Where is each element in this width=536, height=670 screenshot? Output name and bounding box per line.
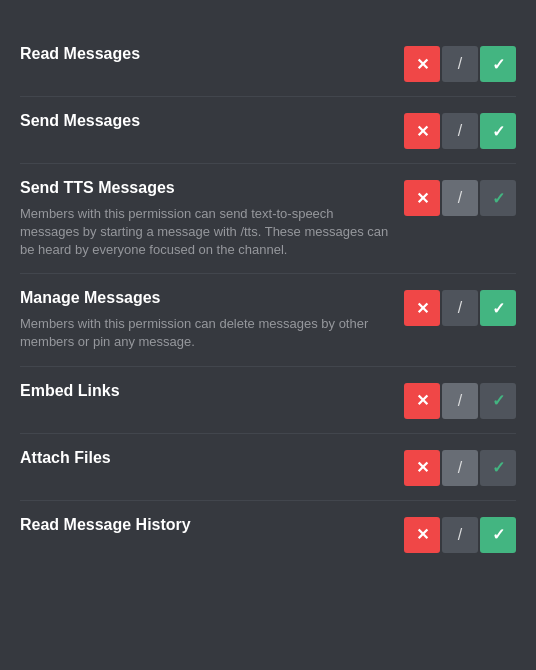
deny-button-send-messages[interactable]: ✕ xyxy=(404,113,440,149)
permission-controls-read-messages: ✕/✓ xyxy=(404,46,516,82)
allow-button-send-tts-messages[interactable]: ✓ xyxy=(480,180,516,216)
deny-button-send-tts-messages[interactable]: ✕ xyxy=(404,180,440,216)
neutral-button-manage-messages[interactable]: / xyxy=(442,290,478,326)
permission-desc-manage-messages: Members with this permission can delete … xyxy=(20,315,392,351)
permission-left-read-messages: Read Messages xyxy=(20,44,404,69)
permission-name-embed-links: Embed Links xyxy=(20,381,392,402)
permission-row-read-messages: Read Messages✕/✓ xyxy=(20,30,516,97)
deny-button-embed-links[interactable]: ✕ xyxy=(404,383,440,419)
permission-name-send-messages: Send Messages xyxy=(20,111,392,132)
permission-left-manage-messages: Manage MessagesMembers with this permiss… xyxy=(20,288,404,351)
permission-controls-manage-messages: ✕/✓ xyxy=(404,290,516,326)
permission-left-send-messages: Send Messages xyxy=(20,111,404,136)
permission-name-read-message-history: Read Message History xyxy=(20,515,392,536)
deny-button-read-messages[interactable]: ✕ xyxy=(404,46,440,82)
deny-button-manage-messages[interactable]: ✕ xyxy=(404,290,440,326)
permission-left-send-tts-messages: Send TTS MessagesMembers with this permi… xyxy=(20,178,404,259)
permission-left-read-message-history: Read Message History xyxy=(20,515,404,540)
permission-row-send-messages: Send Messages✕/✓ xyxy=(20,97,516,164)
permission-name-attach-files: Attach Files xyxy=(20,448,392,469)
neutral-button-read-message-history[interactable]: / xyxy=(442,517,478,553)
permission-controls-read-message-history: ✕/✓ xyxy=(404,517,516,553)
permission-row-send-tts-messages: Send TTS MessagesMembers with this permi… xyxy=(20,164,516,274)
permissions-list: Read Messages✕/✓Send Messages✕/✓Send TTS… xyxy=(20,30,516,567)
neutral-button-attach-files[interactable]: / xyxy=(442,450,478,486)
permission-controls-embed-links: ✕/✓ xyxy=(404,383,516,419)
allow-button-read-message-history[interactable]: ✓ xyxy=(480,517,516,553)
neutral-button-read-messages[interactable]: / xyxy=(442,46,478,82)
allow-button-send-messages[interactable]: ✓ xyxy=(480,113,516,149)
permission-controls-send-messages: ✕/✓ xyxy=(404,113,516,149)
permission-controls-attach-files: ✕/✓ xyxy=(404,450,516,486)
permission-left-embed-links: Embed Links xyxy=(20,381,404,406)
allow-button-read-messages[interactable]: ✓ xyxy=(480,46,516,82)
permission-left-attach-files: Attach Files xyxy=(20,448,404,473)
permission-row-read-message-history: Read Message History✕/✓ xyxy=(20,501,516,567)
deny-button-attach-files[interactable]: ✕ xyxy=(404,450,440,486)
neutral-button-send-tts-messages[interactable]: / xyxy=(442,180,478,216)
neutral-button-send-messages[interactable]: / xyxy=(442,113,478,149)
permission-controls-send-tts-messages: ✕/✓ xyxy=(404,180,516,216)
permission-row-embed-links: Embed Links✕/✓ xyxy=(20,367,516,434)
permission-name-read-messages: Read Messages xyxy=(20,44,392,65)
permission-name-send-tts-messages: Send TTS Messages xyxy=(20,178,392,199)
deny-button-read-message-history[interactable]: ✕ xyxy=(404,517,440,553)
permission-desc-send-tts-messages: Members with this permission can send te… xyxy=(20,205,392,260)
permission-name-manage-messages: Manage Messages xyxy=(20,288,392,309)
allow-button-manage-messages[interactable]: ✓ xyxy=(480,290,516,326)
permission-row-manage-messages: Manage MessagesMembers with this permiss… xyxy=(20,274,516,366)
permission-row-attach-files: Attach Files✕/✓ xyxy=(20,434,516,501)
allow-button-attach-files[interactable]: ✓ xyxy=(480,450,516,486)
neutral-button-embed-links[interactable]: / xyxy=(442,383,478,419)
allow-button-embed-links[interactable]: ✓ xyxy=(480,383,516,419)
